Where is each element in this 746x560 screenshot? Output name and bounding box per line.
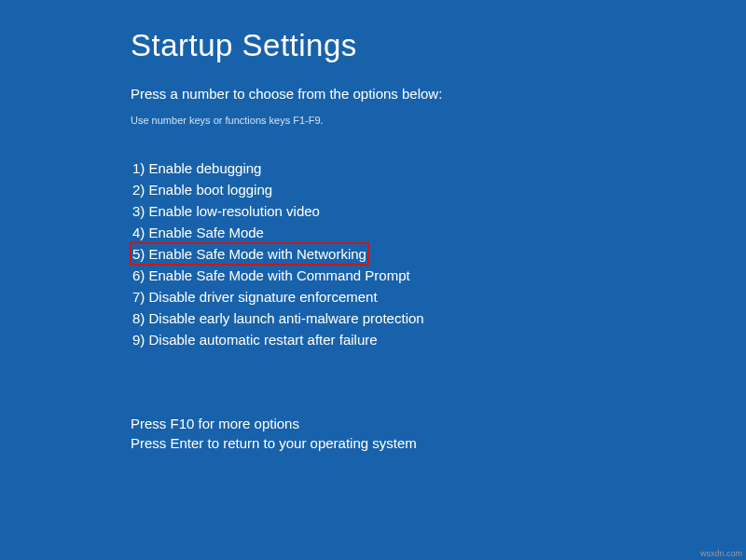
option-7-disable-driver-signature-enforcement[interactable]: 7) Disable driver signature enforcement [131, 286, 380, 307]
option-2-enable-boot-logging[interactable]: 2) Enable boot logging [131, 179, 274, 200]
page-title: Startup Settings [131, 28, 746, 63]
option-4-enable-safe-mode[interactable]: 4) Enable Safe Mode [131, 222, 266, 243]
option-9-disable-automatic-restart[interactable]: 9) Disable automatic restart after failu… [131, 329, 380, 350]
option-1-enable-debugging[interactable]: 1) Enable debugging [131, 157, 263, 179]
instruction-text: Press a number to choose from the option… [131, 86, 746, 102]
footer-more-options: Press F10 for more options [131, 414, 746, 433]
footer: Press F10 for more options Press Enter t… [131, 414, 746, 453]
footer-return: Press Enter to return to your operating … [131, 433, 746, 453]
option-6-enable-safe-mode-command-prompt[interactable]: 6) Enable Safe Mode with Command Prompt [131, 265, 412, 286]
startup-settings-screen: Startup Settings Press a number to choos… [0, 0, 746, 560]
option-8-disable-early-launch-anti-malware[interactable]: 8) Disable early launch anti-malware pro… [131, 307, 426, 329]
option-3-enable-low-resolution-video[interactable]: 3) Enable low-resolution video [131, 200, 322, 222]
hint-text: Use number keys or functions keys F1-F9. [131, 115, 746, 126]
options-list: 1) Enable debugging 2) Enable boot loggi… [131, 157, 746, 350]
watermark: wsxdn.com [700, 549, 742, 558]
option-5-enable-safe-mode-networking[interactable]: 5) Enable Safe Mode with Networking [131, 243, 368, 265]
